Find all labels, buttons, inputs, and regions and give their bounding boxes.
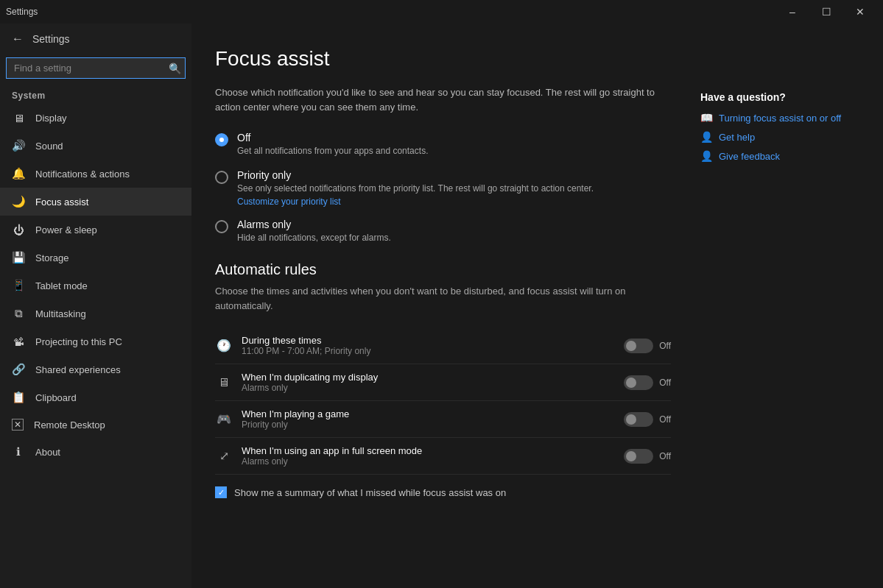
toggle-container-during-times: Off [624,339,671,353]
rule-text-duplicating: When I'm duplicating my display Alarms o… [242,372,615,393]
rule-text-full-screen: When I'm using an app in full screen mod… [242,445,615,467]
rule-sub-full-screen: Alarms only [242,456,615,467]
toggle-label-full-screen: Off [659,451,671,461]
radio-option-alarms[interactable]: Alarms only Hide all notifications, exce… [215,219,671,244]
notifications-label: Notifications & actions [35,169,130,180]
radio-circle-alarms [215,220,228,233]
toggle-during-times[interactable] [624,339,653,353]
about-label: About [35,447,60,458]
sidebar-item-projecting[interactable]: 📽 Projecting to this PC [0,327,191,355]
rule-playing-game[interactable]: 🎮 When I'm playing a game Priority only … [215,401,671,438]
summary-checkbox-label: Show me a summary of what I missed while… [234,487,506,498]
projecting-icon: 📽 [12,335,25,348]
rule-name-during-times: During these times [242,335,615,346]
sidebar-item-multitasking[interactable]: ⧉ Multitasking [0,300,191,327]
app-title: Settings [6,7,38,17]
rule-sub-game: Priority only [242,419,615,430]
feedback-icon: 👤 [700,150,713,162]
multitasking-icon: ⧉ [12,307,25,320]
notifications-icon: 🔔 [12,167,25,180]
about-icon: ℹ [12,445,25,458]
rule-sub-duplicating: Alarms only [242,383,615,393]
rule-text-game: When I'm playing a game Priority only [242,408,615,430]
toggle-full-screen[interactable] [624,449,653,464]
customize-priority-link[interactable]: Customize your priority list [237,196,341,207]
sound-icon: 🔊 [12,139,25,152]
sidebar-item-storage[interactable]: 💾 Storage [0,244,191,272]
rule-during-times[interactable]: 🕐 During these times 11:00 PM - 7:00 AM;… [215,327,671,364]
multitasking-label: Multitasking [35,308,86,319]
sidebar-item-notifications[interactable]: 🔔 Notifications & actions [0,160,191,188]
clock-icon: 🕐 [215,337,233,355]
content-area: Focus assist Choose which notification y… [215,47,671,564]
radio-desc-priority: See only selected notifications from the… [237,183,671,195]
sidebar-item-sound[interactable]: 🔊 Sound [0,132,191,160]
automatic-rules-desc: Choose the times and activities when you… [215,284,671,313]
rule-name-full-screen: When I'm using an app in full screen mod… [242,445,615,456]
radio-desc-off: Get all notifications from your apps and… [237,145,671,157]
rule-duplicating-display[interactable]: 🖥 When I'm duplicating my display Alarms… [215,364,671,401]
shared-experiences-icon: 🔗 [12,363,25,376]
sidebar-item-remote-desktop[interactable]: ✕ Remote Desktop [0,411,191,438]
toggle-label-game: Off [659,414,671,425]
have-a-question-heading: Have a question? [700,91,848,103]
rule-name-game: When I'm playing a game [242,408,615,419]
projecting-label: Projecting to this PC [35,336,122,347]
close-button[interactable]: ✕ [843,0,877,24]
radio-content-off: Off Get all notifications from your apps… [237,132,671,157]
sidebar-item-clipboard[interactable]: 📋 Clipboard [0,383,191,411]
sidebar-back-button[interactable]: ← Settings [0,24,191,54]
game-icon: 🎮 [215,411,233,428]
sidebar: ← Settings 🔍 System 🖥 Display 🔊 Sound 🔔 … [0,24,191,588]
sidebar-title: Settings [32,33,70,45]
titlebar: Settings – ☐ ✕ [0,0,883,24]
radio-option-priority[interactable]: Priority only See only selected notifica… [215,169,671,207]
toggle-container-full-screen: Off [624,449,671,464]
sidebar-item-power-sleep[interactable]: ⏻ Power & sleep [0,216,191,244]
sound-label: Sound [35,141,63,152]
right-panel: Have a question? 📖 Turning focus assist … [700,47,848,564]
sidebar-item-about[interactable]: ℹ About [0,438,191,466]
radio-desc-alarms: Hide all notifications, except for alarm… [237,232,671,244]
summary-checkbox[interactable] [215,486,227,498]
help-section: Have a question? 📖 Turning focus assist … [700,91,848,162]
sidebar-item-display[interactable]: 🖥 Display [0,104,191,132]
radio-label-alarms: Alarms only [237,219,671,230]
get-help-link[interactable]: 👤 Get help [700,131,848,143]
give-feedback-link[interactable]: 👤 Give feedback [700,150,848,162]
search-icon-button[interactable]: 🔍 [169,63,181,74]
radio-label-off: Off [237,132,671,144]
focus-assist-label: Focus assist [35,196,88,208]
radio-option-off[interactable]: Off Get all notifications from your apps… [215,132,671,157]
search-input[interactable] [6,57,186,79]
rule-full-screen[interactable]: ⤢ When I'm using an app in full screen m… [215,438,671,475]
toggle-container-duplicating: Off [624,375,671,390]
help-icon: 👤 [700,131,713,143]
toggle-duplicating[interactable] [624,375,653,390]
radio-group: Off Get all notifications from your apps… [215,132,671,244]
give-feedback-label: Give feedback [719,151,780,162]
display-icon: 🖥 [12,111,25,124]
back-icon: ← [12,32,24,46]
titlebar-left: Settings [6,7,38,17]
maximize-button[interactable]: ☐ [809,0,843,24]
radio-content-alarms: Alarms only Hide all notifications, exce… [237,219,671,244]
get-help-label: Get help [719,132,755,143]
turning-focus-assist-label: Turning focus assist on or off [719,113,841,124]
search-box: 🔍 [6,57,186,79]
titlebar-controls: – ☐ ✕ [775,0,877,24]
sidebar-item-focus-assist[interactable]: 🌙 Focus assist [0,188,191,216]
full-screen-icon: ⤢ [215,447,233,465]
summary-checkbox-row[interactable]: Show me a summary of what I missed while… [215,486,671,498]
minimize-button[interactable]: – [775,0,809,24]
sidebar-item-tablet-mode[interactable]: 📱 Tablet mode [0,272,191,300]
book-icon: 📖 [700,112,713,124]
toggle-game[interactable] [624,412,653,427]
sidebar-item-shared-experiences[interactable]: 🔗 Shared experiences [0,355,191,383]
page-description: Choose which notification you'd like to … [215,85,671,114]
radio-circle-off [215,133,228,146]
toggle-label-during-times: Off [659,341,671,351]
focus-assist-icon: 🌙 [12,195,25,208]
turning-focus-assist-link[interactable]: 📖 Turning focus assist on or off [700,112,848,124]
shared-experiences-label: Shared experiences [35,364,121,375]
